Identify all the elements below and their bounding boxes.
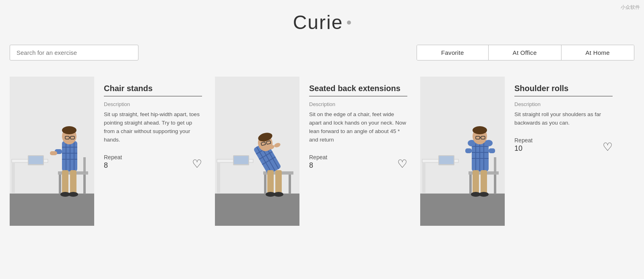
- exercise-image-chair-stands: [10, 77, 94, 226]
- svg-rect-62: [469, 175, 472, 194]
- repeat-section-chair-stands: Repeat 8: [104, 154, 122, 170]
- exercise-image-seated-back: [215, 77, 299, 226]
- search-input[interactable]: [10, 45, 138, 60]
- svg-rect-81: [473, 170, 479, 194]
- exercise-card-shoulder-rolls: Shoulder rolls Description Sit straight …: [420, 77, 617, 226]
- svg-rect-35: [264, 175, 266, 194]
- exercise-footer-shoulder-rolls: Repeat 10 ♡: [514, 137, 613, 153]
- exercise-desc-label-seated-back: Description: [309, 101, 407, 107]
- heart-icon-shoulder-rolls[interactable]: ♡: [603, 142, 613, 153]
- repeat-count-chair-stands: 8: [104, 161, 122, 170]
- repeat-label-shoulder-rolls: Repeat: [514, 137, 533, 144]
- svg-point-75: [473, 126, 487, 134]
- exercise-info-seated-back: Seated back extensions Description Sit o…: [299, 77, 412, 175]
- exercise-image-shoulder-rolls: [420, 77, 505, 226]
- svg-rect-80: [489, 148, 495, 153]
- repeat-section-shoulder-rolls: Repeat 10: [514, 137, 533, 153]
- svg-rect-51: [275, 170, 282, 194]
- tab-favorite[interactable]: Favorite: [417, 45, 489, 60]
- exercise-desc-label-shoulder-rolls: Description: [514, 101, 613, 107]
- app-title-text: Curie: [293, 11, 343, 33]
- svg-rect-58: [420, 77, 505, 194]
- svg-point-53: [274, 192, 283, 197]
- svg-rect-86: [439, 156, 454, 164]
- svg-point-26: [68, 192, 78, 197]
- svg-point-73: [485, 140, 493, 146]
- svg-rect-50: [267, 170, 274, 194]
- heart-icon-chair-stands[interactable]: ♡: [192, 158, 202, 170]
- svg-rect-28: [29, 156, 43, 164]
- exercise-card-seated-back: Seated back extensions Description Sit o…: [215, 77, 412, 226]
- app-header: Curie: [0, 0, 644, 41]
- svg-rect-33: [217, 162, 220, 193]
- svg-rect-24: [70, 170, 76, 194]
- svg-rect-57: [420, 194, 505, 226]
- exercise-desc-label-chair-stands: Description: [104, 101, 202, 107]
- exercise-card-chair-stands: Chair stands Description Sit up straight…: [10, 77, 207, 226]
- svg-rect-82: [481, 170, 487, 194]
- svg-point-84: [479, 192, 489, 197]
- svg-rect-60: [422, 162, 425, 193]
- exercise-footer-chair-stands: Repeat 8 ♡: [104, 154, 202, 170]
- svg-rect-22: [50, 151, 57, 155]
- filter-tabs: Favorite At Office At Home: [417, 45, 634, 60]
- tab-at-office[interactable]: At Office: [489, 45, 561, 60]
- exercise-title-shoulder-rolls: Shoulder rolls: [514, 83, 613, 96]
- svg-rect-6: [59, 175, 61, 194]
- watermark: 小众软件: [621, 4, 640, 11]
- tab-at-home[interactable]: At Home: [561, 45, 634, 60]
- svg-rect-4: [12, 162, 15, 193]
- svg-rect-2: [10, 77, 94, 194]
- repeat-label-seated-back: Repeat: [309, 154, 327, 160]
- repeat-label-chair-stands: Repeat: [104, 154, 122, 160]
- repeat-section-seated-back: Repeat 8: [309, 154, 327, 170]
- repeat-count-seated-back: 8: [309, 161, 327, 170]
- exercise-footer-seated-back: Repeat 8 ♡: [309, 154, 407, 170]
- exercise-desc-chair-stands: Sit up straight, feet hip-width apart, t…: [104, 110, 202, 144]
- svg-rect-30: [215, 194, 299, 226]
- title-dot: [347, 21, 351, 25]
- exercise-desc-seated-back: Sit on the edge of a chair, feet wide ap…: [309, 110, 407, 144]
- exercise-title-seated-back: Seated back extensions: [309, 83, 407, 96]
- repeat-count-shoulder-rolls: 10: [514, 144, 533, 153]
- svg-point-17: [62, 126, 76, 134]
- exercises-grid: Chair stands Description Sit up straight…: [0, 65, 644, 246]
- svg-rect-7: [83, 175, 86, 194]
- svg-rect-79: [465, 148, 472, 153]
- svg-rect-31: [215, 77, 299, 194]
- heart-icon-seated-back[interactable]: ♡: [397, 158, 407, 170]
- svg-rect-55: [234, 156, 248, 164]
- exercise-desc-shoulder-rolls: Sit straight roll your shoulders as far …: [514, 110, 613, 127]
- svg-rect-1: [10, 194, 94, 226]
- exercise-info-chair-stands: Chair stands Description Sit up straight…: [94, 77, 207, 175]
- svg-rect-23: [62, 170, 68, 194]
- svg-rect-8: [83, 157, 86, 173]
- toolbar: Favorite At Office At Home: [0, 41, 644, 65]
- svg-rect-36: [289, 175, 291, 194]
- exercise-info-shoulder-rolls: Shoulder rolls Description Sit straight …: [505, 77, 617, 158]
- svg-rect-64: [494, 157, 496, 173]
- exercise-title-chair-stands: Chair stands: [104, 83, 202, 96]
- app-title: Curie: [293, 11, 351, 33]
- svg-rect-63: [494, 175, 496, 194]
